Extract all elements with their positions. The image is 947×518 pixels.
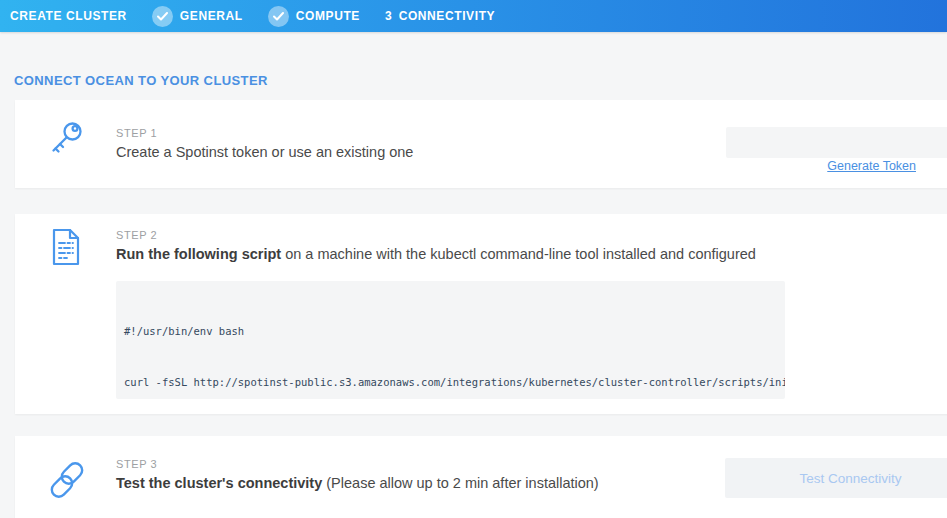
step3-description-bold: Test the cluster's connectivity <box>116 475 322 491</box>
token-input[interactable] <box>726 127 947 158</box>
tab-compute-label: COMPUTE <box>296 9 360 23</box>
step3-description: Test the cluster's connectivity (Please … <box>116 475 599 491</box>
wizard-topbar: CREATE CLUSTER GENERAL COMPUTE 3 CONNECT… <box>0 0 947 32</box>
tab-general[interactable]: GENERAL <box>152 6 243 27</box>
step3-label: STEP 3 <box>116 458 157 470</box>
link-icon <box>48 460 86 504</box>
code-line: #!/usr/bin/env bash <box>124 323 777 340</box>
tab-compute[interactable]: COMPUTE <box>268 6 360 27</box>
step1-label: STEP 1 <box>116 127 157 139</box>
key-icon <box>48 120 84 162</box>
code-line: curl -fsSL http://spotinst-public.s3.ama… <box>124 374 777 391</box>
step2-card: STEP 2 Run the following script on a mac… <box>15 214 947 414</box>
wizard-title: CREATE CLUSTER <box>10 9 127 23</box>
tab-connectivity-label: CONNECTIVITY <box>399 9 496 23</box>
page-title: CONNECT OCEAN TO YOUR CLUSTER <box>14 73 268 88</box>
check-icon <box>268 6 289 27</box>
create-cluster-screen: CREATE CLUSTER GENERAL COMPUTE 3 CONNECT… <box>0 0 947 518</box>
check-icon <box>152 6 173 27</box>
generate-token-link[interactable]: Generate Token <box>827 159 916 173</box>
tab-general-label: GENERAL <box>180 9 243 23</box>
step1-description: Create a Spotinst token or use an existi… <box>116 144 413 160</box>
step3-card: STEP 3 Test the cluster's connectivity (… <box>15 436 947 518</box>
script-file-icon <box>50 228 82 270</box>
step2-label: STEP 2 <box>116 229 157 241</box>
tab-connectivity-number: 3 <box>385 9 392 23</box>
step2-description-rest: on a machine with the kubectl command-li… <box>281 246 756 262</box>
step3-description-rest: (Please allow up to 2 min after installa… <box>322 475 598 491</box>
tab-connectivity[interactable]: 3 CONNECTIVITY <box>385 9 495 23</box>
step2-description: Run the following script on a machine wi… <box>116 246 756 262</box>
install-script-code-block: #!/usr/bin/env bash curl -fsSL http://sp… <box>116 281 785 399</box>
test-connectivity-button[interactable]: Test Connectivity <box>725 458 947 498</box>
step2-description-bold: Run the following script <box>116 246 281 262</box>
step1-card: STEP 1 Create a Spotinst token or use an… <box>15 100 947 188</box>
